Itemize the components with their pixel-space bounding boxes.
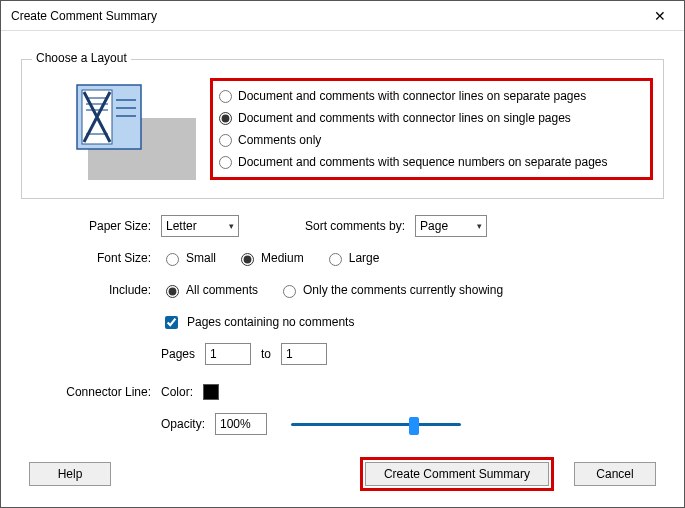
layout-preview-icon [76, 84, 186, 184]
slider-track [291, 423, 461, 426]
connector-label: Connector Line: [21, 385, 161, 399]
radio-input[interactable] [166, 253, 179, 266]
close-button[interactable]: ✕ [638, 2, 682, 30]
row-no-comments: Pages containing no comments [21, 311, 664, 333]
radio-input[interactable] [329, 253, 342, 266]
select-value: Page [420, 219, 448, 233]
to-label: to [261, 347, 271, 361]
include-label: Include: [21, 283, 161, 297]
groupbox-label: Choose a Layout [32, 51, 131, 65]
radio-input[interactable] [219, 156, 232, 169]
radio-input[interactable] [241, 253, 254, 266]
page-to-input[interactable] [281, 343, 327, 365]
radio-input[interactable] [219, 112, 232, 125]
layout-groupbox: Choose a Layout [21, 59, 664, 199]
form-area: Paper Size: Letter ▾ Sort comments by: P… [21, 215, 664, 435]
radio-label: Document and comments with sequence numb… [238, 155, 608, 169]
cancel-button[interactable]: Cancel [574, 462, 656, 486]
layout-option-comments-only[interactable]: Comments only [219, 133, 632, 147]
radio-label: All comments [186, 283, 258, 297]
sort-select[interactable]: Page ▾ [415, 215, 487, 237]
row-opacity: Opacity: [21, 413, 664, 435]
row-connector-color: Connector Line: Color: [21, 381, 664, 403]
opacity-slider[interactable] [291, 413, 461, 435]
page-from-input[interactable] [205, 343, 251, 365]
layout-row: Document and comments with connector lin… [32, 78, 653, 184]
layout-option-single-lines[interactable]: Document and comments with connector lin… [219, 111, 632, 125]
dialog-content: Choose a Layout [1, 31, 684, 455]
radio-label: Document and comments with connector lin… [238, 111, 571, 125]
button-row: Help Create Comment Summary Cancel [1, 457, 684, 491]
slider-thumb[interactable] [409, 417, 419, 435]
pages-label: Pages [161, 347, 195, 361]
font-small[interactable]: Small [161, 250, 216, 266]
radio-label: Medium [261, 251, 304, 265]
checkbox-input[interactable] [165, 316, 178, 329]
include-all[interactable]: All comments [161, 282, 258, 298]
row-font-size: Font Size: Small Medium Large [21, 247, 664, 269]
radio-label: Document and comments with connector lin… [238, 89, 586, 103]
select-value: Letter [166, 219, 197, 233]
layout-option-sequence-numbers[interactable]: Document and comments with sequence numb… [219, 155, 632, 169]
primary-highlight: Create Comment Summary [360, 457, 554, 491]
sort-label: Sort comments by: [305, 219, 405, 233]
include-showing[interactable]: Only the comments currently showing [278, 282, 503, 298]
check-no-comments[interactable]: Pages containing no comments [161, 313, 354, 332]
font-size-label: Font Size: [21, 251, 161, 265]
dialog-window: Create Comment Summary ✕ Choose a Layout [0, 0, 685, 508]
radio-input[interactable] [219, 90, 232, 103]
sort-wrap: Sort comments by: Page ▾ [305, 215, 487, 237]
font-large[interactable]: Large [324, 250, 380, 266]
create-summary-button[interactable]: Create Comment Summary [365, 462, 549, 486]
close-icon: ✕ [654, 8, 666, 24]
chevron-down-icon: ▾ [477, 221, 482, 231]
chevron-down-icon: ▾ [229, 221, 234, 231]
titlebar: Create Comment Summary ✕ [1, 1, 684, 31]
row-pages: Pages to [21, 343, 664, 365]
row-include: Include: All comments Only the comments … [21, 279, 664, 301]
radio-label: Only the comments currently showing [303, 283, 503, 297]
color-swatch[interactable] [203, 384, 219, 400]
radio-label: Small [186, 251, 216, 265]
radio-input[interactable] [166, 285, 179, 298]
dialog-title: Create Comment Summary [11, 9, 157, 23]
paper-size-label: Paper Size: [21, 219, 161, 233]
radio-input[interactable] [283, 285, 296, 298]
row-paper-size: Paper Size: Letter ▾ Sort comments by: P… [21, 215, 664, 237]
opacity-input[interactable] [215, 413, 267, 435]
paper-size-select[interactable]: Letter ▾ [161, 215, 239, 237]
help-button[interactable]: Help [29, 462, 111, 486]
font-medium[interactable]: Medium [236, 250, 304, 266]
checkbox-label: Pages containing no comments [187, 315, 354, 329]
color-label: Color: [161, 385, 193, 399]
radio-label: Large [349, 251, 380, 265]
opacity-label: Opacity: [161, 417, 205, 431]
layout-options-highlight: Document and comments with connector lin… [210, 78, 653, 180]
radio-input[interactable] [219, 134, 232, 147]
document-icon [76, 84, 142, 150]
radio-label: Comments only [238, 133, 321, 147]
layout-option-separate-lines[interactable]: Document and comments with connector lin… [219, 89, 632, 103]
